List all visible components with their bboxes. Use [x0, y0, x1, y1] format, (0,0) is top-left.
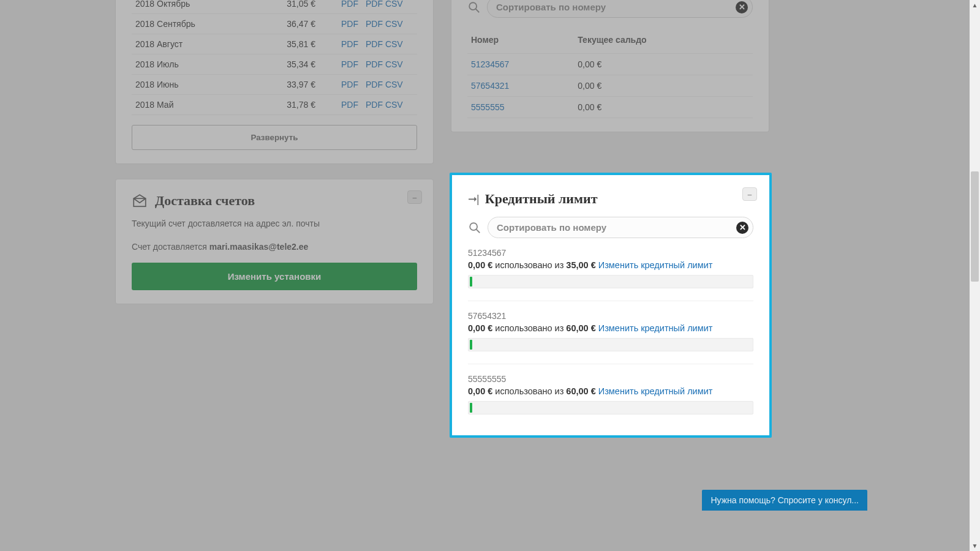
csv-link[interactable]: CSV	[385, 39, 403, 49]
scroll-thumb[interactable]	[971, 171, 979, 282]
invoice-period: 2018 Июнь	[132, 75, 254, 95]
number-link[interactable]: 51234567	[471, 59, 509, 69]
table-row: 2018 Август35,81 €PDFPDF CSV	[132, 34, 417, 54]
svg-line-4	[477, 229, 480, 233]
change-credit-link[interactable]: Изменить кредитный лимит	[598, 323, 713, 333]
credit-progress	[468, 338, 753, 351]
svg-point-3	[470, 223, 477, 230]
credit-limit-item: 555555550,00 € использовано из 60,00 € И…	[468, 364, 753, 414]
svg-point-1	[469, 2, 477, 10]
credit-progress	[468, 401, 753, 414]
collapse-button[interactable]: –	[742, 187, 757, 201]
pdf-link[interactable]: PDF	[341, 80, 358, 89]
credit-number: 55555555	[468, 374, 753, 384]
csv-link[interactable]: CSV	[385, 80, 403, 89]
invoice-period: 2018 Июль	[132, 54, 254, 75]
pdf-link[interactable]: PDF	[366, 80, 383, 89]
pdf-link[interactable]: PDF	[366, 19, 383, 29]
invoice-amount: 31,05 €	[254, 0, 319, 14]
csv-link[interactable]: CSV	[385, 0, 403, 9]
balance-value: 0,00 €	[574, 97, 753, 118]
invoice-amount: 35,34 €	[254, 54, 319, 75]
credit-title: Кредитный лимит	[485, 191, 598, 207]
pdf-link[interactable]: PDF	[366, 39, 383, 49]
change-credit-link[interactable]: Изменить кредитный лимит	[598, 260, 713, 270]
invoice-period: 2018 Октябрь	[132, 0, 254, 14]
pdf-link[interactable]: PDF	[341, 0, 358, 9]
table-row: 55555550,00 €	[467, 97, 753, 118]
invoice-period: 2018 Май	[132, 95, 254, 115]
table-row: 2018 Июнь33,97 €PDFPDF CSV	[132, 75, 417, 95]
table-row: 2018 Май31,78 €PDFPDF CSV	[132, 95, 417, 115]
change-credit-link[interactable]: Изменить кредитный лимит	[598, 386, 713, 396]
clear-search-button[interactable]: ✕	[736, 222, 748, 234]
arrow-bar-icon: ➞|	[468, 192, 479, 206]
balance-col-number: Номер	[467, 29, 574, 54]
invoices-card: 2018 Октябрь31,05 €PDFPDF CSV2018 Сентяб…	[115, 0, 434, 164]
clear-search-button[interactable]: ✕	[736, 1, 748, 13]
delivery-title: Доставка счетов	[155, 193, 255, 209]
scroll-down-icon[interactable]: ▼	[970, 541, 980, 551]
csv-link[interactable]: CSV	[385, 100, 403, 110]
pdf-link[interactable]: PDF	[341, 39, 358, 49]
pdf-link[interactable]: PDF	[366, 59, 383, 69]
csv-link[interactable]: CSV	[385, 19, 403, 29]
credit-number: 57654321	[468, 311, 753, 321]
number-link[interactable]: 5555555	[471, 102, 505, 112]
scrollbar[interactable]: ▲ ▼	[970, 0, 980, 551]
invoice-amount: 35,81 €	[254, 34, 319, 54]
chat-tab[interactable]: Нужна помощь? Спросите у консул...	[702, 490, 867, 511]
scroll-up-icon[interactable]: ▲	[970, 0, 980, 10]
table-row: 2018 Сентябрь36,47 €PDFPDF CSV	[132, 14, 417, 34]
credit-limit-item: 512345670,00 € использовано из 35,00 € И…	[468, 238, 753, 301]
delivery-line1: Текущий счет доставляется на адрес эл. п…	[132, 219, 417, 228]
table-row: 2018 Октябрь31,05 €PDFPDF CSV	[132, 0, 417, 14]
mail-icon	[132, 193, 148, 209]
credit-progress	[468, 275, 753, 288]
number-link[interactable]: 57654321	[471, 81, 509, 91]
pdf-link[interactable]: PDF	[366, 100, 383, 110]
svg-line-2	[476, 9, 480, 12]
balance-value: 0,00 €	[574, 54, 753, 75]
delivery-line2: Счет доставляется mari.maasikas@tele2.ee	[132, 242, 417, 252]
collapse-button[interactable]: –	[407, 190, 422, 204]
credit-usage-line: 0,00 € использовано из 60,00 € Изменить …	[468, 323, 753, 333]
balance-value: 0,00 €	[574, 75, 753, 97]
pdf-link[interactable]: PDF	[366, 0, 383, 9]
invoice-period: 2018 Август	[132, 34, 254, 54]
pdf-link[interactable]: PDF	[341, 59, 358, 69]
change-settings-button[interactable]: Изменить установки	[132, 263, 417, 290]
pdf-link[interactable]: PDF	[341, 19, 358, 29]
table-row: 512345670,00 €	[467, 54, 753, 75]
balance-table: Номер Текущее сальдо 512345670,00 €57654…	[467, 29, 753, 118]
pdf-link[interactable]: PDF	[341, 100, 358, 110]
credit-number: 51234567	[468, 248, 753, 258]
expand-button[interactable]: Развернуть	[132, 125, 417, 150]
invoice-amount: 33,97 €	[254, 75, 319, 95]
balance-col-balance: Текущее сальдо	[574, 29, 753, 54]
credit-limit-card: ➞| Кредитный лимит – ✕ 512345670,00 € ис…	[450, 173, 772, 438]
invoices-table: 2018 Октябрь31,05 €PDFPDF CSV2018 Сентяб…	[132, 0, 417, 115]
delivery-card: Доставка счетов – Текущий счет доставляе…	[115, 179, 434, 304]
balance-search-input[interactable]	[487, 0, 753, 18]
csv-link[interactable]: CSV	[385, 59, 403, 69]
table-row: 2018 Июль35,34 €PDFPDF CSV	[132, 54, 417, 75]
search-icon	[468, 221, 481, 234]
credit-usage-line: 0,00 € использовано из 35,00 € Изменить …	[468, 260, 753, 270]
credit-search-input[interactable]	[488, 217, 753, 238]
search-icon	[467, 1, 481, 14]
invoice-amount: 31,78 €	[254, 95, 319, 115]
invoice-period: 2018 Сентябрь	[132, 14, 254, 34]
credit-usage-line: 0,00 € использовано из 60,00 € Изменить …	[468, 386, 753, 396]
credit-limit-item: 576543210,00 € использовано из 60,00 € И…	[468, 301, 753, 364]
table-row: 576543210,00 €	[467, 75, 753, 97]
invoice-amount: 36,47 €	[254, 14, 319, 34]
balance-card: ✕ Номер Текущее сальдо 512345670,00 €576…	[451, 0, 769, 132]
